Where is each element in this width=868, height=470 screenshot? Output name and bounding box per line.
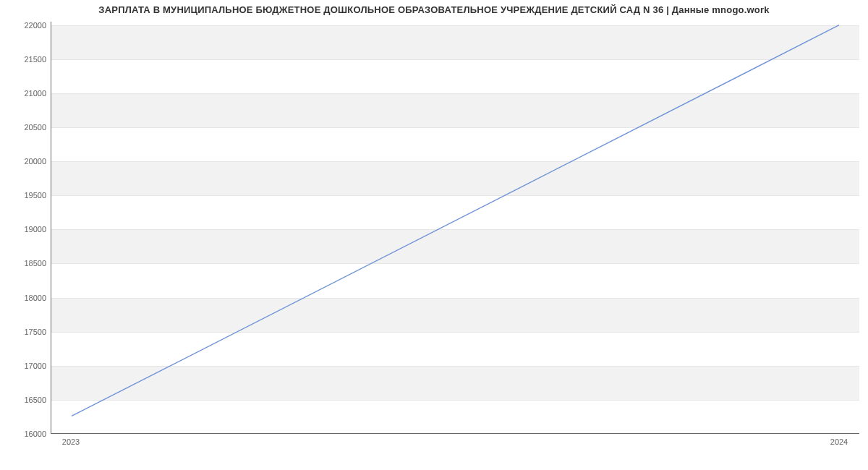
y-tick-label: 19000: [4, 225, 46, 234]
data-line: [51, 22, 859, 433]
y-tick-label: 21000: [4, 89, 46, 98]
x-tick-label: 2023: [62, 437, 80, 446]
y-tick-label: 16500: [4, 396, 46, 404]
y-tick-label: 17000: [4, 362, 46, 370]
y-tick-label: 17500: [4, 328, 46, 336]
y-tick-label: 18000: [4, 294, 46, 302]
y-tick-label: 21500: [4, 55, 46, 64]
plot-area: [51, 22, 859, 434]
y-tick-label: 20000: [4, 157, 46, 166]
x-tick-label: 2024: [830, 437, 848, 446]
y-tick-label: 16000: [4, 430, 46, 438]
y-tick-label: 19500: [4, 191, 46, 200]
y-tick-label: 18500: [4, 259, 46, 268]
y-tick-label: 22000: [4, 21, 46, 30]
chart-container: ЗАРПЛАТА В МУНИЦИПАЛЬНОЕ БЮДЖЕТНОЕ ДОШКО…: [0, 0, 868, 470]
chart-title: ЗАРПЛАТА В МУНИЦИПАЛЬНОЕ БЮДЖЕТНОЕ ДОШКО…: [0, 4, 868, 15]
y-tick-label: 20500: [4, 123, 46, 132]
